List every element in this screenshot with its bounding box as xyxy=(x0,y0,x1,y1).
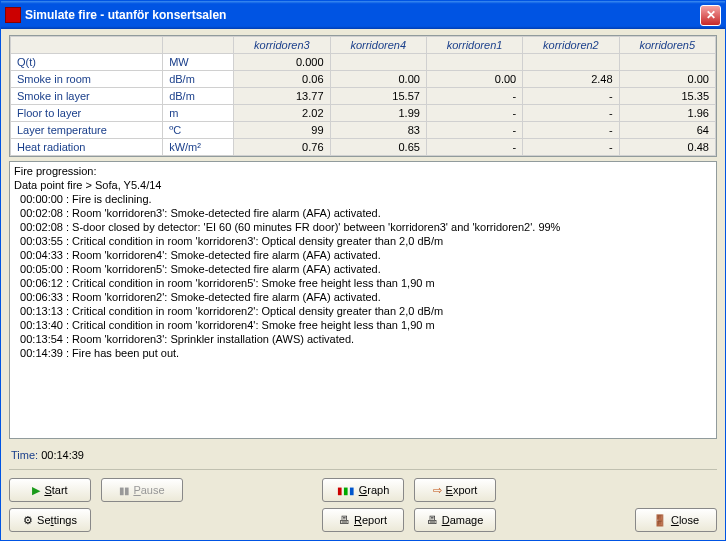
door-icon: 🚪 xyxy=(653,514,667,527)
cell: 0.000 xyxy=(234,54,330,71)
header-unit-blank xyxy=(163,37,234,54)
header-blank xyxy=(11,37,163,54)
cell: 0.00 xyxy=(330,71,426,88)
cell xyxy=(523,54,619,71)
cell: 0.65 xyxy=(330,139,426,156)
time-label: Time: xyxy=(11,449,41,461)
table-row: Smoke in layer dB/m 13.77 15.57 - - 15.3… xyxy=(11,88,716,105)
titlebar: Simulate fire - utanför konsertsalen ✕ xyxy=(1,1,725,29)
close-button-label-first: C xyxy=(671,514,679,526)
cell: 0.76 xyxy=(234,139,330,156)
cell: - xyxy=(426,88,522,105)
row-label: Layer temperature xyxy=(11,122,163,139)
footer: Time: 00:14:39 ▶ Start ▮▮ Pause ⚙ xyxy=(1,445,725,540)
start-button[interactable]: ▶ Start xyxy=(9,478,91,502)
damage-button-label-rest: amage xyxy=(450,514,484,526)
cell: 0.48 xyxy=(619,139,715,156)
graph-button-label-first: G xyxy=(359,484,368,496)
time-value: 00:14:39 xyxy=(41,449,84,461)
cell: 64 xyxy=(619,122,715,139)
settings-button-label-rest: tings xyxy=(54,514,77,526)
printer-icon: 🖶 xyxy=(339,514,350,526)
row-unit: dB/m xyxy=(163,71,234,88)
app-icon xyxy=(5,7,21,23)
start-button-label-rest: tart xyxy=(52,484,68,496)
pause-button[interactable]: ▮▮ Pause xyxy=(101,478,183,502)
row-label: Floor to layer xyxy=(11,105,163,122)
printer-icon: 🖶 xyxy=(427,514,438,526)
cell: 83 xyxy=(330,122,426,139)
graph-button[interactable]: ▮▮▮ Graph xyxy=(322,478,404,502)
cell: 2.02 xyxy=(234,105,330,122)
report-button[interactable]: 🖶 Report xyxy=(322,508,404,532)
damage-button-label-first: D xyxy=(442,514,450,526)
pause-button-label-first: P xyxy=(133,484,140,496)
cell xyxy=(330,54,426,71)
app-window: Simulate fire - utanför konsertsalen ✕ k… xyxy=(0,0,726,541)
table-row: Floor to layer m 2.02 1.99 - - 1.96 xyxy=(11,105,716,122)
close-button-label-rest: lose xyxy=(679,514,699,526)
table-row: Smoke in room dB/m 0.06 0.00 0.00 2.48 0… xyxy=(11,71,716,88)
cell: 15.35 xyxy=(619,88,715,105)
cell: 99 xyxy=(234,122,330,139)
cell: 13.77 xyxy=(234,88,330,105)
cell: - xyxy=(426,139,522,156)
cell xyxy=(426,54,522,71)
export-button[interactable]: ⇨ Export xyxy=(414,478,496,502)
window-close-button[interactable]: ✕ xyxy=(700,5,721,26)
chart-icon: ▮▮▮ xyxy=(337,485,355,496)
pause-icon: ▮▮ xyxy=(119,485,129,496)
row-label: Smoke in layer xyxy=(11,88,163,105)
progression-log[interactable]: Fire progression: Data point fire > Sofa… xyxy=(9,161,717,439)
cell: 0.00 xyxy=(619,71,715,88)
col-header: korridoren5 xyxy=(619,37,715,54)
row-label: Smoke in room xyxy=(11,71,163,88)
row-unit: kW/m² xyxy=(163,139,234,156)
cell: - xyxy=(523,88,619,105)
table-header-row: korridoren3 korridoren4 korridoren1 korr… xyxy=(11,37,716,54)
col-header: korridoren2 xyxy=(523,37,619,54)
cell: - xyxy=(523,105,619,122)
pause-button-label-rest: ause xyxy=(141,484,165,496)
row-unit: ºC xyxy=(163,122,234,139)
cell: - xyxy=(523,122,619,139)
cell: 1.99 xyxy=(330,105,426,122)
settings-icon: ⚙ xyxy=(23,514,33,527)
cell: 2.48 xyxy=(523,71,619,88)
cell: 0.06 xyxy=(234,71,330,88)
cell: - xyxy=(426,105,522,122)
time-readout: Time: 00:14:39 xyxy=(9,445,717,470)
content-area: korridoren3 korridoren4 korridoren1 korr… xyxy=(1,29,725,445)
window-title: Simulate fire - utanför konsertsalen xyxy=(25,8,700,22)
close-button[interactable]: 🚪 Close xyxy=(635,508,717,532)
graph-button-label-rest: raph xyxy=(367,484,389,496)
cell: 1.96 xyxy=(619,105,715,122)
table-row: Layer temperature ºC 99 83 - - 64 xyxy=(11,122,716,139)
col-header: korridoren1 xyxy=(426,37,522,54)
export-button-label-first: E xyxy=(446,484,453,496)
damage-button[interactable]: 🖶 Damage xyxy=(414,508,496,532)
cell xyxy=(619,54,715,71)
row-unit: dB/m xyxy=(163,88,234,105)
row-unit: m xyxy=(163,105,234,122)
export-button-label-rest: xport xyxy=(453,484,477,496)
col-header: korridoren3 xyxy=(234,37,330,54)
row-unit: MW xyxy=(163,54,234,71)
button-panel: ▶ Start ▮▮ Pause ⚙ Settings xyxy=(9,478,717,532)
cell: 0.00 xyxy=(426,71,522,88)
play-icon: ▶ xyxy=(32,484,40,497)
report-button-label-first: R xyxy=(354,514,362,526)
start-button-label-first: S xyxy=(44,484,51,496)
results-table: korridoren3 korridoren4 korridoren1 korr… xyxy=(10,36,716,156)
report-button-label-rest: eport xyxy=(362,514,387,526)
col-header: korridoren4 xyxy=(330,37,426,54)
export-icon: ⇨ xyxy=(433,484,442,497)
row-label: Heat radiation xyxy=(11,139,163,156)
table-row: Heat radiation kW/m² 0.76 0.65 - - 0.48 xyxy=(11,139,716,156)
cell: - xyxy=(426,122,522,139)
row-label: Q(t) xyxy=(11,54,163,71)
table-row: Q(t) MW 0.000 xyxy=(11,54,716,71)
results-table-container: korridoren3 korridoren4 korridoren1 korr… xyxy=(9,35,717,157)
cell: - xyxy=(523,139,619,156)
settings-button[interactable]: ⚙ Settings xyxy=(9,508,91,532)
